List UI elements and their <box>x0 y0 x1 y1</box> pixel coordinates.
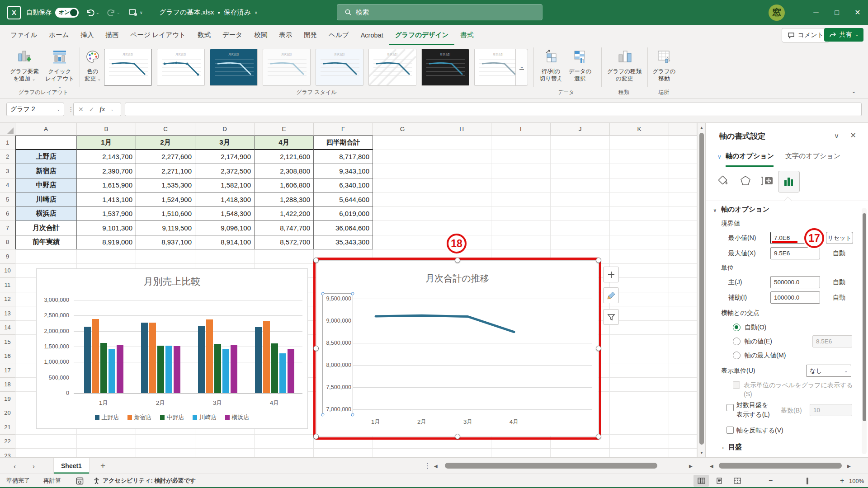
column-header-C[interactable]: C <box>136 123 195 136</box>
show-units-checkbox[interactable] <box>733 381 740 389</box>
bar-chart[interactable]: 月別売上比較 0500,0001,000,0001,500,0002,000,0… <box>36 268 308 429</box>
cell-K19[interactable] <box>610 392 669 406</box>
cell-B22[interactable] <box>77 435 136 449</box>
cell-K22[interactable] <box>610 435 669 449</box>
cell-I6[interactable] <box>491 207 551 221</box>
cell-L10[interactable] <box>669 264 697 278</box>
line-chart[interactable]: 月次合計の推移 9,500,0009,000,0008,500,0008,000… <box>316 260 599 436</box>
cell-L22[interactable] <box>669 435 697 449</box>
row-header-5[interactable]: 5 <box>0 192 15 207</box>
cell-L1[interactable] <box>669 136 697 150</box>
chevron-down-icon[interactable]: ∨ <box>713 207 717 213</box>
pane-scrollbar[interactable] <box>862 208 867 454</box>
hscroll-right-icon[interactable]: ▶ <box>689 458 693 474</box>
section-axis-options[interactable]: 軸のオプション <box>721 205 769 214</box>
column-header-E[interactable]: E <box>255 123 314 136</box>
cell-K20[interactable] <box>610 406 669 421</box>
cell-H6[interactable] <box>432 207 491 221</box>
page-layout-view-button[interactable] <box>712 475 727 487</box>
undo-button[interactable]: ⌄ <box>86 0 99 25</box>
cell-C9[interactable] <box>136 249 195 264</box>
insert-function-button[interactable]: fx <box>99 106 105 113</box>
quick-layout-button[interactable]: クイック レイアウト ⌄ <box>43 48 76 90</box>
chevron-right-icon[interactable]: › <box>722 445 724 451</box>
chart-resize-handle[interactable] <box>596 434 601 439</box>
cell-J23[interactable] <box>551 449 610 457</box>
cell-L17[interactable] <box>669 363 697 378</box>
column-header-I[interactable]: I <box>491 123 551 136</box>
row-header-22[interactable]: 22 <box>0 435 15 449</box>
bar-上野店-3月[interactable] <box>198 326 205 393</box>
vertical-scrollbar[interactable]: ▲ ▼ <box>697 123 705 457</box>
select-all-corner[interactable] <box>0 123 15 136</box>
selection-handle[interactable] <box>321 292 325 296</box>
cell-I22[interactable] <box>491 435 551 449</box>
move-chart-button[interactable]: グラフの 移動 <box>650 48 678 83</box>
bar-上野店-4月[interactable] <box>255 327 262 393</box>
legend-item-上野店[interactable]: 上野店 <box>95 413 119 422</box>
ribbon-tab-13[interactable]: 書式 <box>454 25 479 45</box>
legend-item-川崎店[interactable]: 川崎店 <box>193 413 217 422</box>
cell-D5[interactable]: 1,418,300 <box>195 192 255 207</box>
cell-A8[interactable]: 前年実績 <box>15 235 77 250</box>
ribbon-tab-8[interactable]: 表示 <box>273 25 298 45</box>
cell-K3[interactable] <box>610 164 669 178</box>
cell-F5[interactable]: 5,644,600 <box>314 192 373 207</box>
cell-K9[interactable] <box>610 249 669 264</box>
bar-横浜店-2月[interactable] <box>174 346 180 393</box>
row-header-16[interactable]: 16 <box>0 349 15 364</box>
cell-L16[interactable] <box>669 349 697 364</box>
column-header-A[interactable]: A <box>15 123 77 136</box>
cell-B1[interactable]: 1月 <box>77 136 136 150</box>
bar-新宿店-2月[interactable] <box>149 323 156 393</box>
cell-H3[interactable] <box>432 164 491 178</box>
cell-E23[interactable] <box>255 449 314 457</box>
cell-E3[interactable]: 2,308,800 <box>255 164 314 178</box>
value-axis-selection-box[interactable] <box>322 293 353 415</box>
column-header-B[interactable]: B <box>77 123 136 136</box>
chart-filters-button[interactable] <box>603 309 619 325</box>
cell-D22[interactable] <box>195 435 255 449</box>
cell-C4[interactable]: 1,535,300 <box>136 178 195 193</box>
name-box[interactable]: グラフ 2 ⌄ <box>6 103 64 116</box>
scroll-down-icon[interactable]: ▼ <box>698 449 706 456</box>
row-header-17[interactable]: 17 <box>0 363 15 378</box>
cell-A3[interactable]: 新宿店 <box>15 164 77 178</box>
cell-K1[interactable] <box>610 136 669 150</box>
radio-automatic[interactable] <box>733 324 741 331</box>
cell-D2[interactable]: 2,174,900 <box>195 150 255 164</box>
cell-K5[interactable] <box>610 192 669 207</box>
cell-J8[interactable] <box>551 235 610 250</box>
column-header-K[interactable]: K <box>610 123 669 136</box>
bar-横浜店-4月[interactable] <box>288 349 294 393</box>
cell-D3[interactable]: 2,372,500 <box>195 164 255 178</box>
row-header-3[interactable]: 3 <box>0 164 15 178</box>
column-header-F[interactable]: F <box>314 123 373 136</box>
pane-close-icon[interactable]: ✕ <box>850 131 856 140</box>
account-avatar[interactable]: 窓 <box>769 0 785 25</box>
bar-新宿店-1月[interactable] <box>92 319 99 393</box>
chart-style-2[interactable]: 月次合計 <box>157 49 205 86</box>
cell-K15[interactable] <box>610 335 669 349</box>
page-break-view-button[interactable] <box>730 475 745 487</box>
bar-川崎店-2月[interactable] <box>165 346 172 393</box>
cell-D7[interactable]: 9,096,100 <box>195 221 255 235</box>
effects-icon[interactable] <box>737 173 754 189</box>
autosave-control[interactable]: 自動保存 オン <box>26 0 79 25</box>
cell-B7[interactable]: 9,101,300 <box>77 221 136 235</box>
chart-elements-button[interactable] <box>603 267 619 282</box>
macro-record-icon[interactable] <box>76 474 84 488</box>
legend-item-新宿店[interactable]: 新宿店 <box>127 413 152 422</box>
cell-E22[interactable] <box>255 435 314 449</box>
row-header-19[interactable]: 19 <box>0 392 15 406</box>
ribbon-tab-12[interactable]: グラフのデザイン <box>389 25 455 45</box>
cell-D4[interactable]: 1,582,100 <box>195 178 255 193</box>
cell-J5[interactable] <box>551 192 610 207</box>
cell-L18[interactable] <box>669 378 697 392</box>
cell-F6[interactable]: 6,019,000 <box>314 207 373 221</box>
legend-item-横浜店[interactable]: 横浜店 <box>225 413 250 422</box>
bar-川崎店-1月[interactable] <box>108 349 115 393</box>
vertical-scroll-thumb[interactable] <box>699 133 704 445</box>
cell-F7[interactable]: 36,064,600 <box>314 221 373 235</box>
cell-A7[interactable]: 月次合計 <box>15 221 77 235</box>
